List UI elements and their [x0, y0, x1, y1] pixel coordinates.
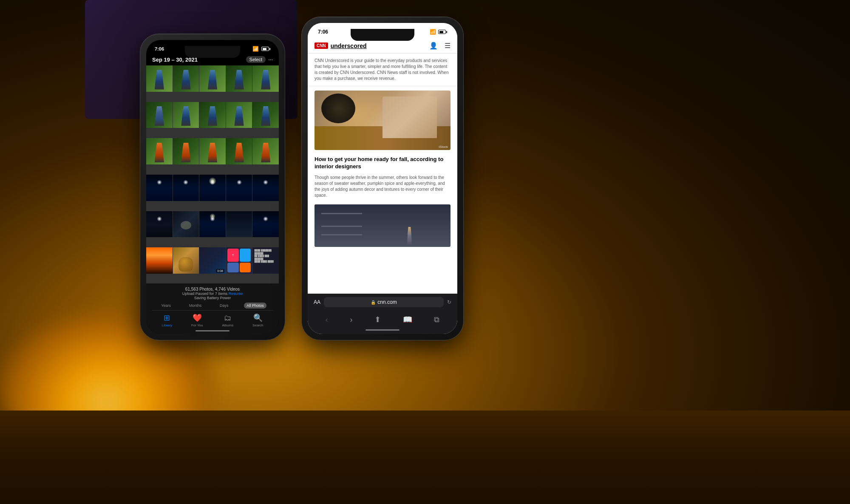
share-icon[interactable]: ⬆ — [374, 315, 381, 324]
nav-for-you-label: For You — [191, 323, 203, 327]
photo-cell[interactable] — [173, 65, 199, 92]
account-icon[interactable]: 👤 — [429, 42, 438, 50]
home-bar-right — [366, 329, 400, 331]
cnn-header-icons: 👤 ☰ — [429, 42, 450, 50]
nav-search[interactable]: 🔍 Search — [252, 313, 263, 327]
photo-cell[interactable]: T — [226, 247, 252, 274]
nav-search-label: Search — [252, 323, 263, 327]
home-bar-left — [196, 330, 230, 331]
photo-cell[interactable] — [199, 138, 226, 164]
photos-battery-status: Saving Battery Power — [152, 296, 273, 300]
photo-cell[interactable] — [199, 211, 226, 238]
for-you-icon: ❤️ — [193, 313, 202, 323]
tab-all-photos[interactable]: All Photos — [244, 303, 266, 309]
cnn-logo: CNN — [314, 42, 328, 49]
back-button[interactable]: ‹ — [326, 315, 328, 324]
bookmarks-icon[interactable]: 📖 — [403, 315, 412, 324]
photo-cell[interactable]: ████ ███████ ████████ ████ ███ █████████… — [252, 247, 279, 274]
photos-view-tabs: Years Months Days All Photos — [152, 300, 273, 310]
photos-more-button[interactable]: ··· — [268, 56, 273, 63]
albums-icon: 🗂 — [224, 314, 232, 323]
photo-cell[interactable] — [146, 102, 173, 128]
photos-resume-link[interactable]: Resume — [229, 292, 243, 296]
photo-cell[interactable]: 0:08 — [199, 247, 226, 274]
tab-months[interactable]: Months — [187, 303, 204, 309]
photo-cell[interactable] — [252, 211, 279, 238]
safari-url-bar: AA 🔒 cnn.com ↻ — [308, 294, 457, 311]
cnn-site-name: underscored — [331, 42, 367, 49]
photo-cell[interactable] — [173, 138, 199, 164]
safari-screen: 7:06 📶 — [308, 23, 457, 334]
photos-nav-bar: ⊞ Library ❤️ For You 🗂 Albums 🔍 — [152, 310, 273, 331]
phone-left: 7:06 📶 Sep 19 – 30, 2021 Select ··· — [140, 34, 285, 340]
photos-count: 61,563 Photos, 4,746 Videos — [152, 287, 273, 292]
photos-select-button[interactable]: Select — [246, 56, 266, 63]
status-icons-left: 📶 — [252, 46, 270, 52]
photo-cell[interactable] — [226, 211, 252, 238]
article-title: How to get your home ready for fall, acc… — [308, 154, 457, 172]
wifi-icon: 📶 — [252, 46, 259, 52]
tabs-icon[interactable]: ⧉ — [434, 315, 439, 324]
photo-cell[interactable] — [173, 102, 199, 128]
photos-screen: 7:06 📶 Sep 19 – 30, 2021 Select ··· — [146, 40, 279, 334]
phone-right: 7:06 📶 — [302, 17, 463, 340]
article-image-1: iStock — [314, 91, 450, 150]
photo-cell[interactable] — [226, 138, 252, 164]
safari-status-icons: 📶 — [421, 29, 447, 35]
photo-cell[interactable] — [146, 175, 173, 201]
cnn-logo-area: CNN underscored — [314, 42, 366, 49]
forward-button[interactable]: › — [350, 315, 352, 324]
battery-icon — [261, 47, 270, 51]
nav-albums-label: Albums — [222, 323, 233, 327]
photo-cell[interactable] — [173, 247, 199, 274]
photo-cell[interactable] — [146, 211, 173, 238]
url-input[interactable]: 🔒 cnn.com — [324, 297, 444, 307]
photos-upload-status: Upload Paused for 7 Items Resume — [152, 292, 273, 296]
battery-icon-right — [438, 30, 447, 34]
menu-icon[interactable]: ☰ — [445, 42, 450, 50]
photos-bottom-bar: 61,563 Photos, 4,746 Videos Upload Pause… — [146, 283, 279, 334]
photo-cell[interactable] — [199, 65, 226, 92]
photo-cell[interactable] — [252, 138, 279, 164]
signal-icon — [421, 29, 428, 35]
photo-cell[interactable] — [226, 102, 252, 128]
article-body: Though some people thrive in the summer,… — [308, 172, 457, 201]
safari-nav-bar: ‹ › ⬆ 📖 ⧉ — [308, 311, 457, 328]
photo-cell[interactable] — [146, 247, 173, 274]
status-time-right: 7:06 — [318, 29, 328, 35]
phone-right-notch — [351, 29, 414, 41]
photo-cell[interactable] — [199, 102, 226, 128]
nav-library-label: Library — [162, 323, 172, 327]
photo-cell[interactable] — [146, 65, 173, 92]
article-image-inner — [314, 91, 450, 150]
nav-albums[interactable]: 🗂 Albums — [222, 314, 233, 327]
photo-cell[interactable] — [226, 175, 252, 201]
photo-cell[interactable] — [199, 175, 226, 201]
status-time-left: 7:06 — [155, 46, 164, 51]
photo-cell[interactable] — [146, 138, 173, 164]
phone-left-notch — [185, 46, 240, 58]
photos-header-actions: Select ··· — [246, 56, 273, 63]
phone-right-body: 7:06 📶 — [302, 17, 463, 340]
cnn-description: CNN Underscored is your guide to the eve… — [308, 54, 457, 86]
photo-cell[interactable] — [226, 65, 252, 92]
photo-cell[interactable] — [252, 175, 279, 201]
table-surface — [0, 411, 850, 504]
tab-years[interactable]: Years — [159, 303, 173, 309]
photos-grid: 0:08 T ████ ███████ ████████ ████ ███ ██… — [146, 65, 279, 283]
url-text: cnn.com — [377, 299, 397, 305]
article-image2-inner — [314, 204, 450, 247]
nav-for-you[interactable]: ❤️ For You — [191, 313, 203, 327]
tab-days[interactable]: Days — [217, 303, 231, 309]
photo-cell[interactable] — [252, 65, 279, 92]
photo-cell[interactable] — [173, 211, 199, 238]
photo-cell[interactable] — [252, 102, 279, 128]
home-indicator-left — [152, 331, 273, 332]
phone-left-body: 7:06 📶 Sep 19 – 30, 2021 Select ··· — [140, 34, 285, 340]
photo-cell[interactable] — [173, 175, 199, 201]
nav-library[interactable]: ⊞ Library — [162, 313, 172, 327]
reload-icon[interactable]: ↻ — [447, 299, 451, 305]
safari-content: CNN underscored 👤 ☰ CNN Underscored is y… — [308, 37, 457, 294]
safari-home-indicator — [308, 328, 457, 334]
url-aa-button[interactable]: AA — [314, 299, 320, 305]
